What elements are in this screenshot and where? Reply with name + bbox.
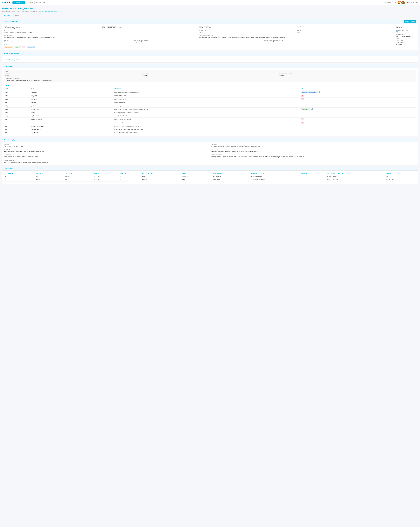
preview-col-gender: GENDER [119, 172, 141, 175]
data-catalog-value[interactable]: FinanceCustomer_FullView [4, 59, 416, 61]
preview-cell: Sweden [180, 178, 212, 181]
intended-usage-label: INTENDED USAGE [211, 154, 416, 156]
schema-tag: PII [300, 121, 416, 125]
nav-builder-label: Builder [29, 2, 33, 3]
preview-cell: Jura [64, 178, 92, 181]
sharing-billing: BILLING Pay per use: 5$ for each TB read [4, 144, 209, 147]
owner-value: Paolo Platter [396, 40, 416, 41]
scrollbar-hint[interactable] [4, 182, 416, 182]
link-icon[interactable]: 🔗 [311, 108, 313, 110]
tag-compliance[interactable]: Compliance [26, 46, 35, 48]
general-info-title: General Information [4, 21, 18, 22]
user-profile[interactable]: LP Lorenzo Pirazzini ▾ [401, 1, 418, 4]
info-row-4: ENDPOINT Open Endpoint USE CASE TEMPLATE… [4, 40, 392, 43]
schema-name: customer_creation_date [30, 125, 113, 128]
schema-type: struct [4, 121, 30, 125]
logo[interactable]: witboost [2, 1, 11, 4]
general-info-right: KIND outputPort OUTPUT PORT TYPE SQL DAT… [394, 25, 416, 48]
schema-title: Schema [4, 84, 416, 86]
schema-description: customer's contacts [113, 121, 300, 125]
tag-pii-badge[interactable]: PII [301, 98, 304, 100]
chevron-right-icon[interactable]: › [321, 91, 321, 93]
confidentiality-label: CONFIDENTIALITY [4, 160, 416, 161]
logo-icon: wit [2, 1, 5, 4]
table-row: string country the country where this pe… [4, 111, 416, 114]
tag-pii[interactable]: PII [22, 46, 25, 48]
settings-button[interactable]: ⚙ [395, 1, 396, 4]
info-environment: ENVIRONMENT production [396, 42, 416, 45]
tag-pii-badge[interactable]: PII [301, 95, 304, 97]
preview-cell: 12:45:23 07/08/2021 [326, 178, 385, 181]
interval-value: 1 hours [279, 75, 415, 77]
notifications-button[interactable]: 🔔 18+ [398, 1, 400, 4]
data-preview-body: CUSTOMERID FIRST_NAME LAST_NAME BIRTHDAT… [2, 171, 418, 184]
tab-overview[interactable]: Overview [2, 13, 11, 17]
schema-tag: customer type🔗› [300, 108, 416, 111]
nav-builder[interactable]: ⬚ Builder [25, 1, 34, 4]
name-label: NAME [4, 25, 100, 27]
link-icon[interactable]: 🔗 [319, 91, 320, 93]
breadcrumb-current[interactable]: FinanceCustomer_FullView [43, 11, 58, 12]
info-kind: KIND outputPort [396, 25, 416, 29]
schema-description: customer's residential address [113, 117, 300, 121]
nav-governance[interactable]: ◎ Governance [35, 1, 47, 4]
sla-label: SLA [5, 71, 415, 72]
breadcrumb-marketplace[interactable]: Marketplace [8, 11, 15, 12]
schema-tag [300, 131, 416, 134]
info-name: NAME FinanceCustomer_FullView [4, 25, 100, 29]
tab-observability[interactable]: Observability [11, 13, 23, 17]
breadcrumb-finance[interactable]: Finance Customer [30, 11, 41, 12]
endpoint-value[interactable]: Open Endpoint [4, 41, 132, 43]
schema-name: residential_address [30, 117, 113, 121]
version-value: 1.0.1 [297, 27, 392, 29]
schema-description: customer's birthdate [113, 101, 300, 104]
info-data-product: DATA PRODUCT finance:financecustomer:1 [396, 34, 416, 37]
preview-table: CUSTOMERID FIRST_NAME LAST_NAME BIRTHDAT… [4, 172, 416, 181]
env-label: ENVIRONMENT [396, 42, 416, 43]
preview-cell: 14/01/2019 [92, 178, 119, 181]
request-access-button[interactable]: Request access [404, 20, 416, 22]
info-platform: PLATFORM AWS [297, 30, 392, 33]
schema-description: the legal entity where this person is a … [113, 114, 300, 117]
search-button[interactable]: 🔍 Search [383, 1, 393, 4]
page-tabs: Overview Observability [2, 13, 418, 17]
chevron-right-icon[interactable]: › [313, 108, 314, 110]
timeliness-value: 1 minutes [142, 75, 278, 77]
info-use-case: USE CASE TEMPLATE ID template-id-2 [134, 40, 262, 43]
tag-customer[interactable]: customer [14, 46, 21, 48]
schema-table: TYPE NAME DESCRIPTION TAG string custome… [4, 87, 416, 134]
schema-name: legal_entityid [30, 114, 113, 117]
schema-type: string [4, 90, 30, 94]
info-row-1: NAME FinanceCustomer_FullView FULLY QUAL… [4, 25, 392, 29]
tag-pii-badge[interactable]: PII [301, 122, 304, 124]
info-creation: CREATION DATE 2022/06/21 14:18:22 [199, 25, 295, 29]
tag-customer-badge[interactable]: customer type [301, 108, 310, 110]
preview-cell: M [119, 178, 141, 181]
breadcrumb-witboost[interactable]: witboost [2, 11, 7, 12]
schema-tag: GlobalAddressableIdentifier🔗› [300, 90, 416, 94]
tag-global-badge[interactable]: GlobalAddressableIdentifier [301, 91, 318, 93]
limitations-label: LIMITATIONS [4, 154, 209, 156]
breadcrumb-catalog[interactable]: Data Product Catalog [17, 11, 29, 12]
preview-cell: 8672230048399 [212, 175, 248, 178]
tag-pii-badge[interactable]: PII [301, 118, 304, 120]
schema-type: date [4, 101, 30, 104]
scrollbar-thumb[interactable] [4, 182, 128, 182]
schema-name: birthdate [30, 101, 113, 104]
schema-description: customer's first name [113, 94, 300, 98]
nav-marketplace[interactable]: ☷ Marketplace [12, 1, 25, 4]
data-contract-title: Data Contract [4, 66, 13, 67]
table-row: 2GideonJura14/01/2019MbusinessSweden7564… [4, 178, 416, 181]
preview-cell: NULL [385, 175, 416, 178]
preview-col-birthdate: BIRTHDATE [92, 172, 119, 175]
tag-experimental[interactable]: experimental [4, 46, 13, 48]
schema-name: first_name [30, 94, 113, 98]
schema-name: contacts [30, 121, 113, 125]
name-value: FinanceCustomer_FullView [4, 27, 100, 29]
data-contract-header: Data Contract [2, 64, 418, 68]
table-row: struct residential_address customer's re… [4, 117, 416, 121]
preview-cell: 24/07/2018 [92, 175, 119, 178]
billing-label: BILLING [4, 144, 209, 145]
owner-label: OWNER [396, 38, 416, 39]
info-tags-row: TAGS experimental customer PII Complianc… [4, 44, 392, 48]
